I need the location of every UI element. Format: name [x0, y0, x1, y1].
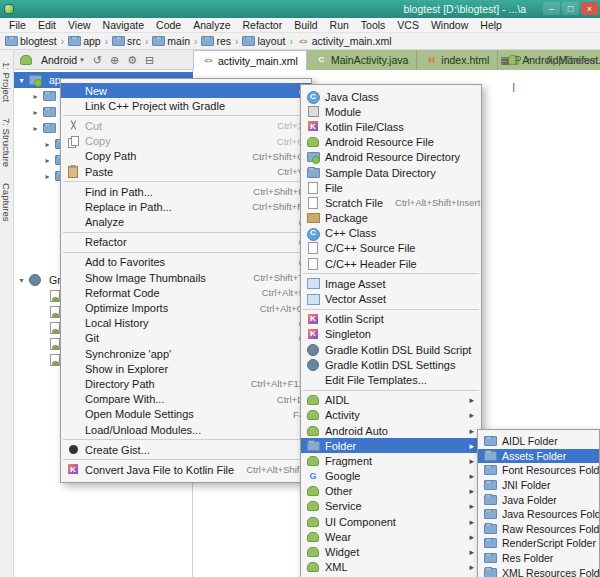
folder-item-res-folder[interactable]: Res Folder: [478, 551, 599, 566]
tree-expanded-arrow-icon[interactable]: ▾: [16, 76, 27, 85]
tree-collapsed-arrow-icon[interactable]: ▸: [30, 92, 41, 101]
menu-item-optimize-imports[interactable]: Optimize ImportsCtrl+Alt+O: [61, 300, 311, 315]
breadcrumb-item-app[interactable]: app: [68, 35, 101, 48]
tree-collapsed-arrow-icon[interactable]: ▸: [30, 124, 41, 133]
new-item-android-auto[interactable]: Android Auto▸: [301, 423, 481, 438]
folder-item-font-resources-folder[interactable]: Font Resources Folder: [478, 463, 599, 478]
menu-item-refactor[interactable]: Refactor▸: [61, 235, 311, 250]
menu-item-local-history[interactable]: Local History▸: [61, 316, 311, 331]
folder-item-aidl-folder[interactable]: AIDL Folder: [478, 434, 599, 449]
tab-mainactivity-java[interactable]: CMainActivity.java: [307, 50, 417, 70]
new-item-service[interactable]: Service▸: [301, 499, 481, 514]
tree-collapsed-arrow-icon[interactable]: ▸: [42, 172, 53, 181]
menubar-edit[interactable]: Edit: [32, 19, 62, 31]
menubar-code[interactable]: Code: [150, 19, 187, 31]
menu-item-new[interactable]: New▸: [61, 83, 311, 98]
menu-item-reformat-code[interactable]: Reformat CodeCtrl+Alt+L: [61, 285, 311, 300]
new-item-edit-file-templates[interactable]: Edit File Templates...: [301, 372, 481, 387]
new-item-sample-data-directory[interactable]: Sample Data Directory: [301, 165, 481, 180]
maximize-button[interactable]: □: [562, 2, 579, 15]
menu-item-copy-path[interactable]: Copy PathCtrl+Shift+C: [61, 149, 311, 164]
new-item-wear[interactable]: Wear▸: [301, 529, 481, 544]
menubar-analyze[interactable]: Analyze: [187, 19, 236, 31]
chevron-down-icon[interactable]: ▾: [526, 56, 530, 64]
new-item-image-asset[interactable]: Image Asset: [301, 276, 481, 291]
menu-item-convert-java-file-to-kotlin-file[interactable]: KConvert Java File to Kotlin FileCtrl+Al…: [61, 462, 311, 477]
new-item-activity[interactable]: Activity▸: [301, 408, 481, 423]
folder-item-java-folder[interactable]: Java Folder: [478, 492, 599, 507]
design-tool-label[interactable]: P: [515, 55, 522, 66]
menubar-view[interactable]: View: [62, 19, 97, 31]
tree-expanded-arrow-icon[interactable]: ▾: [16, 276, 27, 285]
tree-collapsed-arrow-icon[interactable]: ▸: [42, 156, 53, 165]
breadcrumb-item-layout[interactable]: layout: [242, 35, 285, 48]
tab-index-html[interactable]: Hindex.html: [417, 50, 498, 70]
new-item-module[interactable]: Module: [301, 104, 481, 119]
menu-item-show-in-explorer[interactable]: Show in Explorer: [61, 361, 311, 376]
new-item-file[interactable]: File: [301, 180, 481, 195]
folder-item-raw-resources-folder[interactable]: Raw Resources Folder: [478, 522, 599, 537]
folder-item-assets-folder[interactable]: Assets Folder: [478, 449, 599, 464]
menu-item-find-in-path[interactable]: Find in Path...Ctrl+Shift+F: [61, 184, 311, 199]
menubar-run[interactable]: Run: [324, 19, 355, 31]
menubar-help[interactable]: Help: [474, 19, 508, 31]
menu-item-open-module-settings[interactable]: Open Module SettingsF4: [61, 407, 311, 422]
menu-item-link-c-project-with-gradle[interactable]: Link C++ Project with Gradle: [61, 98, 311, 113]
menubar-navigate[interactable]: Navigate: [97, 19, 150, 31]
breadcrumb-item-blogtest[interactable]: blogtest: [5, 35, 57, 48]
tree-collapsed-arrow-icon[interactable]: ▸: [42, 140, 53, 149]
menubar-vcs[interactable]: VCS: [391, 19, 425, 31]
minimize-button[interactable]: –: [543, 2, 560, 15]
new-item-google[interactable]: GGoogle▸: [301, 469, 481, 484]
breadcrumb-item-src[interactable]: src: [112, 35, 141, 48]
menu-item-compare-with[interactable]: Compare With...Ctrl+D: [61, 392, 311, 407]
new-item-folder[interactable]: Folder▸: [301, 438, 481, 453]
menu-item-create-gist[interactable]: Create Gist...: [61, 442, 311, 457]
menubar-build[interactable]: Build: [288, 19, 323, 31]
tab-activity-main-xml[interactable]: <>activity_main.xml: [193, 50, 307, 70]
folder-item-renderscript-folder[interactable]: RenderScript Folder: [478, 536, 599, 551]
menu-item-cut[interactable]: CutCtrl+X: [61, 118, 311, 133]
new-item-c-c-source-file[interactable]: C/C++ Source File: [301, 241, 481, 256]
new-item-aidl[interactable]: AIDL▸: [301, 393, 481, 408]
new-item-gradle-kotlin-dsl-settings[interactable]: Gradle Kotlin DSL Settings: [301, 357, 481, 372]
menubar-file[interactable]: File: [3, 19, 32, 31]
breadcrumb-item-main[interactable]: main: [152, 35, 190, 48]
menubar-window[interactable]: Window: [425, 19, 474, 31]
collapse-icon[interactable]: ⊟: [145, 55, 154, 66]
new-item-kotlin-script[interactable]: KKotlin Script: [301, 312, 481, 327]
new-item-other[interactable]: Other▸: [301, 484, 481, 499]
theme-selector[interactable]: AppTheme: [546, 55, 595, 66]
new-item-gradle-kotlin-dsl-build-script[interactable]: Gradle Kotlin DSL Build Script: [301, 342, 481, 357]
menu-item-analyze[interactable]: Analyze▸: [61, 215, 311, 230]
new-item-ui-component[interactable]: UI Component▸: [301, 514, 481, 529]
menu-item-synchronize-app[interactable]: Synchronize 'app': [61, 346, 311, 361]
folder-item-jni-folder[interactable]: JNI Folder: [478, 478, 599, 493]
menubar-refactor[interactable]: Refactor: [237, 19, 289, 31]
folder-item-xml-resources-folder[interactable]: XML Resources Folder: [478, 565, 599, 577]
new-item-widget[interactable]: Widget▸: [301, 544, 481, 559]
menu-item-paste[interactable]: PasteCtrl+V: [61, 164, 311, 179]
sync-icon[interactable]: ↺: [93, 55, 102, 66]
new-item-android-resource-file[interactable]: Android Resource File: [301, 135, 481, 150]
folder-item-java-resources-folder[interactable]: Java Resources Folder: [478, 507, 599, 522]
tool-button-7-structure[interactable]: 7: Structure: [1, 118, 12, 167]
menubar-tools[interactable]: Tools: [355, 19, 392, 31]
close-button[interactable]: ×: [581, 2, 598, 15]
new-item-android-resource-directory[interactable]: Android Resource Directory: [301, 150, 481, 165]
tree-collapsed-arrow-icon[interactable]: ▸: [30, 108, 41, 117]
new-item-java-class[interactable]: CJava Class: [301, 89, 481, 104]
project-view-selector[interactable]: Android ▾: [18, 54, 84, 67]
new-item-kotlin-file-class[interactable]: KKotlin File/Class: [301, 119, 481, 134]
new-item-c-c-header-file[interactable]: C/C++ Header File: [301, 256, 481, 271]
menu-item-git[interactable]: Git▸: [61, 331, 311, 346]
menu-item-directory-path[interactable]: Directory PathCtrl+Alt+F12: [61, 376, 311, 391]
new-item-scratch-file[interactable]: Scratch FileCtrl+Alt+Shift+Insert: [301, 195, 481, 210]
breadcrumb-item-res[interactable]: res: [201, 35, 231, 48]
new-item-xml[interactable]: XML▸: [301, 560, 481, 575]
new-item-c-class[interactable]: CC++ Class: [301, 226, 481, 241]
menu-item-copy[interactable]: CopyCtrl+C: [61, 134, 311, 149]
breadcrumb-item-activity-main-xml[interactable]: <>activity_main.xml: [297, 35, 392, 48]
menu-item-show-image-thumbnails[interactable]: Show Image ThumbnailsCtrl+Shift+T: [61, 270, 311, 285]
grid-icon[interactable]: ▦: [500, 55, 509, 66]
